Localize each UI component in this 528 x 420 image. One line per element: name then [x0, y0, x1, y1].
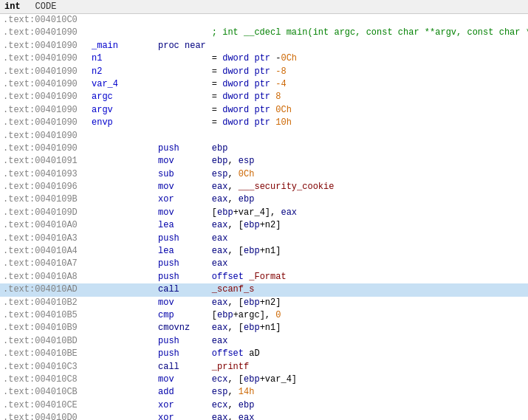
- table-row[interactable]: .text:00401090var_4= dword ptr -4: [0, 78, 528, 91]
- cell-name: [89, 219, 155, 232]
- cell-mnemonic: [155, 52, 209, 65]
- cell-name: [89, 130, 155, 142]
- cell-name: [89, 322, 155, 334]
- table-row[interactable]: .text:004010A8pushoffset _Format; "%d %d…: [0, 271, 528, 283]
- cell-addr: .text:0040109D: [0, 207, 89, 219]
- table-row[interactable]: .text:00401090n1= dword ptr -0Ch: [0, 52, 528, 65]
- cell-mnemonic: [155, 78, 209, 91]
- cell-addr: .text:00401090: [0, 104, 89, 117]
- cell-operand: offset aD: [209, 348, 528, 360]
- code-view: int CODE .text:004010C0; text:004010C0.t…: [0, 0, 528, 420]
- table-row[interactable]: .text:004010D0xoreax, eax: [0, 412, 528, 420]
- cell-name: [89, 297, 155, 309]
- cell-addr: .text:00401090: [0, 52, 89, 65]
- cell-operand: eax, eax: [209, 412, 528, 420]
- cell-name: [89, 386, 155, 399]
- cell-operand: = dword ptr 10h: [209, 117, 528, 129]
- cell-mnemonic: push: [155, 233, 209, 245]
- cell-addr: .text:00401090: [0, 66, 89, 78]
- cell-addr: .text:004010B9: [0, 322, 89, 334]
- cell-operand: ecx, [ebp+var_4]: [209, 373, 528, 386]
- cell-addr: .text:00401090: [0, 117, 89, 129]
- cell-mnemonic: xor: [155, 399, 209, 412]
- cell-operand: ebp: [209, 142, 528, 155]
- cell-name: [89, 193, 155, 206]
- cell-operand: ecx, ebp: [209, 399, 528, 412]
- cell-mnemonic: lea: [155, 219, 209, 232]
- cell-operand: _scanf_s: [209, 283, 528, 296]
- table-row[interactable]: .text:00401090: [0, 130, 528, 142]
- cell-addr: .text:004010A0: [0, 219, 89, 232]
- table-row[interactable]: .text:004010ADcall_scanf_s: [0, 283, 528, 296]
- cell-mnemonic: mov: [155, 155, 209, 168]
- cell-addr: .text:004010A8: [0, 271, 89, 283]
- table-row[interactable]: .text:004010A4leaeax, [ebp+n1]: [0, 245, 528, 258]
- cell-mnemonic: push: [155, 348, 209, 360]
- table-row[interactable]: .text:004010C3call_printf: [0, 361, 528, 373]
- cell-addr: .text:004010B5: [0, 309, 89, 322]
- tab-code[interactable]: CODE: [35, 1, 57, 12]
- cell-mnemonic: proc near: [155, 40, 209, 52]
- cell-mnemonic: call: [155, 361, 209, 373]
- cell-mnemonic: push: [155, 335, 209, 348]
- cell-addr: .text:004010CE: [0, 399, 89, 412]
- cell-addr: .text:00401090: [0, 78, 89, 91]
- cell-mnemonic: sub: [155, 168, 209, 181]
- table-row[interactable]: .text:004010A3pusheax: [0, 233, 528, 245]
- table-row[interactable]: .text:00401091movebp, esp: [0, 155, 528, 168]
- cell-addr: .text:004010BD: [0, 335, 89, 348]
- cell-mnemonic: call: [155, 283, 209, 296]
- table-row[interactable]: .text:004010B2moveax, [ebp+n2]: [0, 297, 528, 309]
- table-row[interactable]: .text:00401096moveax, ___security_cookie: [0, 181, 528, 193]
- table-row[interactable]: .text:004010B5cmp[ebp+argc], 0: [0, 309, 528, 322]
- table-row[interactable]: .text:004010CBaddesp, 14h: [0, 386, 528, 399]
- cell-name: [89, 168, 155, 181]
- table-row[interactable]: .text:00401090pushebp: [0, 142, 528, 155]
- cell-mnemonic: mov: [155, 207, 209, 219]
- table-row[interactable]: .text:004010A0leaeax, [ebp+n2]: [0, 219, 528, 232]
- table-row[interactable]: .text:0040109Bxoreax, ebp: [0, 193, 528, 206]
- cell-mnemonic: push: [155, 271, 209, 283]
- cell-operand: eax: [209, 335, 528, 348]
- cell-addr: .text:00401090: [0, 40, 89, 52]
- cell-operand: = dword ptr 8: [209, 91, 528, 103]
- table-row[interactable]: .text:00401093subesp, 0Ch: [0, 168, 528, 181]
- cell-addr: .text:004010AD: [0, 283, 89, 296]
- cell-name: [89, 207, 155, 219]
- cell-mnemonic: cmovnz: [155, 322, 209, 334]
- cell-name: [89, 309, 155, 322]
- cell-mnemonic: xor: [155, 193, 209, 206]
- cell-name: argv: [89, 104, 155, 117]
- cell-name: argc: [89, 91, 155, 103]
- table-row[interactable]: .text:004010BDpusheax: [0, 335, 528, 348]
- tab-int[interactable]: int: [4, 1, 21, 12]
- table-row[interactable]: .text:004010B9cmovnzeax, [ebp+n1]; if (a…: [0, 322, 528, 334]
- cell-addr: .text:004010A7: [0, 258, 89, 270]
- cell-mnemonic: push: [155, 142, 209, 155]
- cell-name: [89, 335, 155, 348]
- table-row[interactable]: .text:00401090_mainproc near; CODE XREF:…: [0, 40, 528, 52]
- table-row[interactable]: .text:004010BEpushoffset aD; "%d\n": [0, 348, 528, 360]
- cell-operand: [ebp+argc], 0: [209, 309, 528, 322]
- cell-addr: .text:004010BE: [0, 348, 89, 360]
- cell-name: [89, 142, 155, 155]
- table-row[interactable]: .text:0040109Dmov[ebp+var_4], eax: [0, 207, 528, 219]
- tab-bar: int CODE: [0, 0, 528, 14]
- table-row[interactable]: .text:004010C8movecx, [ebp+var_4]: [0, 373, 528, 386]
- cell-addr: .text:004010C3: [0, 361, 89, 373]
- table-row[interactable]: .text:004010A7pusheax: [0, 258, 528, 270]
- table-row[interactable]: .text:00401090argc= dword ptr 8: [0, 91, 528, 103]
- table-row[interactable]: .text:004010C0; text:004010C0: [0, 14, 528, 27]
- cell-operand: [209, 14, 528, 27]
- cell-name: [89, 181, 155, 193]
- table-row[interactable]: .text:00401090argv= dword ptr 0Ch: [0, 104, 528, 117]
- cell-name: [89, 258, 155, 270]
- table-row[interactable]: .text:00401090; int __cdecl main(int arg…: [0, 27, 528, 39]
- table-row[interactable]: .text:00401090n2= dword ptr -8: [0, 66, 528, 78]
- cell-addr: .text:004010CB: [0, 386, 89, 399]
- cell-name: [89, 233, 155, 245]
- disassembly-table: .text:004010C0; text:004010C0.text:00401…: [0, 14, 528, 420]
- table-row[interactable]: .text:00401090envp= dword ptr 10h: [0, 117, 528, 129]
- table-row[interactable]: .text:004010CExorecx, ebp; StackCookie: [0, 399, 528, 412]
- cell-addr: .text:004010C0: [0, 14, 89, 27]
